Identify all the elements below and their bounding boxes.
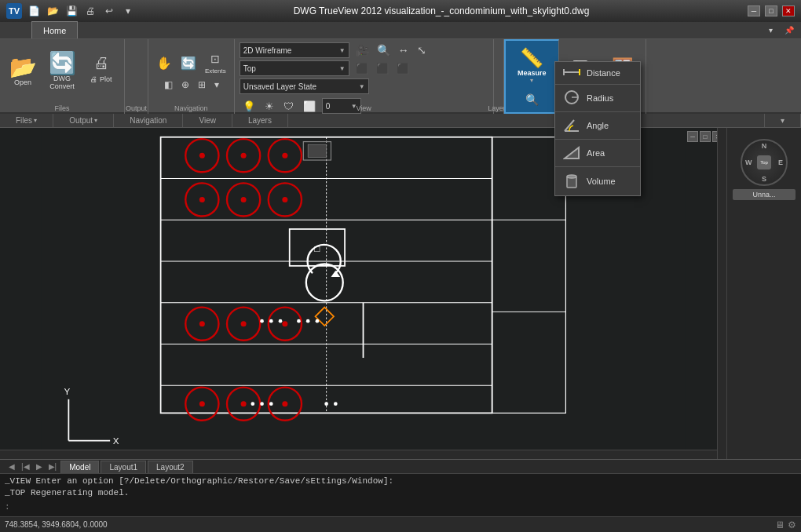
measure-volume-item[interactable]: Volume [555, 167, 640, 195]
qa-save[interactable]: 💾 [64, 4, 79, 18]
tab-first[interactable]: |◀ [19, 462, 32, 471]
nav-extra4[interactable]: ▾ [211, 78, 222, 92]
light-icon[interactable]: 💡 [240, 99, 258, 114]
angle-icon [563, 117, 580, 134]
nav-extra1[interactable]: ◧ [161, 78, 176, 92]
measure-arrow: ▾ [530, 77, 533, 84]
view-preset-dropdown[interactable]: Top ▼ [240, 60, 349, 76]
navigation-label: Navigation [174, 104, 208, 112]
dwg-convert-label: DWGConvert [49, 75, 75, 90]
measure-radius-item[interactable]: Radius [555, 85, 640, 112]
view-icon2[interactable]: 🔍 [374, 42, 393, 58]
layer-count-dropdown[interactable]: 0 ▼ [322, 98, 361, 114]
layer-state-dropdown[interactable]: Unsaved Layer State ▼ [240, 78, 369, 94]
svg-rect-29 [308, 144, 326, 157]
shade-icon3[interactable]: ⬛ [393, 61, 412, 76]
compass-s: S [762, 175, 766, 183]
qa-more[interactable]: ▾ [121, 4, 135, 18]
measure-button[interactable]: 📏 Measure ▾ [511, 44, 553, 87]
title-right: ─ □ ✕ [748, 5, 795, 16]
layer-count-value: 0 [326, 102, 331, 111]
open-icon: 📂 [9, 56, 37, 78]
qa-print[interactable]: 🖨 [83, 4, 97, 18]
svg-point-33 [241, 197, 247, 202]
view-name-box: Unna... [733, 189, 796, 200]
shield-icon[interactable]: 🛡 [280, 99, 297, 114]
ribbon-tabs: Home ▾ 📌 [0, 22, 801, 39]
ribbon-pin[interactable]: 📌 [782, 23, 796, 37]
cmd-line-1: _VIEW Enter an option [?/Delete/Orthogra… [5, 476, 796, 487]
compass-w: W [745, 159, 752, 166]
tab-prev[interactable]: ◀ [6, 462, 17, 471]
nav-extra3[interactable]: ⊞ [195, 78, 209, 92]
measure-angle-item[interactable]: Angle [555, 112, 640, 140]
shade-icon1[interactable]: ⬛ [353, 61, 371, 76]
app-icon: TV [6, 3, 22, 19]
svg-point-63 [334, 402, 338, 406]
minimize-btn[interactable]: ─ [748, 5, 760, 16]
title-text: DWG TrueView 2012 visualization_-_condom… [135, 5, 748, 16]
tab-layout2[interactable]: Layout2 [148, 461, 193, 473]
qa-new[interactable]: 📄 [27, 4, 41, 18]
output-label: Output [126, 104, 147, 112]
horizontal-scrollbar[interactable] [0, 450, 717, 459]
tab-home[interactable]: Home [31, 21, 78, 38]
output-expand[interactable]: ▾ [94, 117, 97, 124]
extents-label: Extents [205, 67, 226, 75]
plot-icon: 🖨 [93, 54, 109, 72]
nav-extents[interactable]: ⊡ Extents [202, 51, 229, 76]
box-icon[interactable]: ⬜ [300, 99, 319, 114]
ribbon-group-output: Output [125, 39, 148, 114]
draw-maximize-btn[interactable]: □ [700, 131, 711, 142]
shade-icon2[interactable]: ⬛ [373, 61, 392, 76]
view-icon3[interactable]: ↔ [395, 42, 412, 58]
files-expand[interactable]: ▾ [34, 117, 37, 124]
volume-icon [563, 172, 580, 191]
view-preset-value: Top [243, 64, 256, 73]
tab-next[interactable]: ▶ [34, 462, 45, 471]
tab-model[interactable]: Model [60, 461, 99, 473]
measure-search-icon[interactable]: 🔍 [522, 92, 542, 107]
qa-undo[interactable]: ↩ [102, 4, 116, 18]
view-style-dropdown[interactable]: 2D Wireframe ▼ [240, 42, 349, 58]
view-icon4[interactable]: ⤡ [414, 42, 430, 58]
nav-orbit[interactable]: 🔄 [177, 51, 199, 76]
navigation-section-label: Navigation [114, 114, 183, 127]
draw-minimize-btn[interactable]: ─ [687, 131, 698, 142]
plot-button[interactable]: 🖨 🖨 Plot [83, 51, 119, 88]
open-button[interactable]: 📂 Open [5, 53, 41, 89]
qa-open[interactable]: 📂 [46, 4, 60, 18]
sun-icon[interactable]: ☀ [262, 99, 277, 114]
ribbon-group-measure: 📏 Measure ▾ 🔍 [504, 39, 559, 114]
vertical-scrollbar[interactable] [717, 128, 726, 459]
nav-pan[interactable]: ✋ [153, 51, 175, 76]
status-icon2[interactable]: ⚙ [788, 519, 796, 530]
tab-layout1[interactable]: Layout1 [101, 461, 146, 473]
svg-point-41 [199, 321, 205, 326]
files-label: Files [54, 104, 69, 112]
svg-point-35 [282, 197, 287, 202]
compass[interactable]: N S E W Top [741, 139, 788, 186]
files-section-label: Files ▾ [0, 114, 53, 127]
output-section-label: Output ▾ [53, 114, 114, 127]
dwg-convert-button[interactable]: 🔄 DWGConvert [44, 49, 80, 93]
measure-distance-item[interactable]: Distance [555, 62, 640, 85]
right-expand[interactable]: ▾ [764, 114, 801, 127]
nav-extra2[interactable]: ⊕ [178, 78, 192, 92]
cmd-input[interactable] [13, 501, 796, 512]
restore-btn[interactable]: □ [765, 5, 777, 16]
distance-icon [563, 67, 580, 79]
tab-last[interactable]: ▶| [46, 462, 60, 471]
ribbon-help[interactable]: ▾ [763, 23, 777, 37]
measure-area-item[interactable]: Area [555, 140, 640, 167]
plot-small[interactable]: 🖨 Plot [87, 74, 115, 85]
svg-point-54 [199, 401, 205, 406]
close-btn[interactable]: ✕ [782, 5, 795, 16]
coords-display: 748.3854, 3949.6804, 0.0000 [5, 520, 108, 529]
svg-point-23 [199, 153, 205, 159]
compass-n: N [762, 142, 767, 150]
angle-label: Angle [587, 121, 609, 130]
svg-point-45 [282, 321, 287, 326]
view-icon1[interactable]: 🎥 [353, 42, 372, 58]
status-icon1[interactable]: 🖥 [775, 519, 785, 530]
